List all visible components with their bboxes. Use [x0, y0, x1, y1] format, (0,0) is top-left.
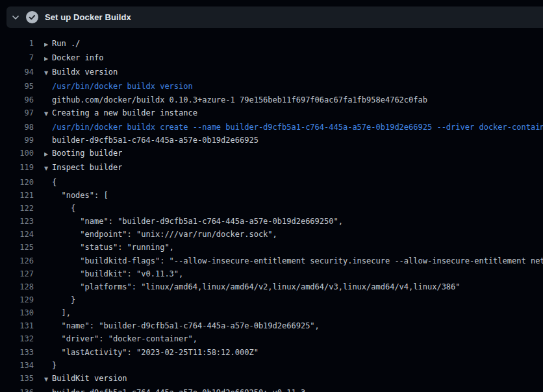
log-line: 126 "buildkitd-flags": "--allow-insecure… [0, 254, 543, 267]
log-text: github.com/docker/buildx 0.10.3+azure-1 … [44, 93, 427, 106]
line-number[interactable]: 95 [0, 80, 34, 93]
log-line: 98 /usr/bin/docker buildx create --name … [0, 121, 543, 134]
line-number[interactable]: 132 [0, 332, 34, 345]
log-line[interactable]: 1 ▶Run ./ [0, 37, 543, 51]
log-line-content: } [44, 293, 75, 306]
log-text: "buildkit": "v0.11.3", [44, 267, 183, 280]
line-number[interactable]: 119 [0, 161, 34, 175]
log-line: 95 /usr/bin/docker buildx version [0, 80, 543, 93]
log-line-content: ▼Buildx version [44, 66, 118, 80]
group-toggle-icon[interactable]: ▼ [44, 373, 52, 386]
log-text: Booting builder [52, 149, 122, 158]
log-text: "name": "builder-d9cfb5a1-c764-445a-a57e… [44, 215, 343, 228]
group-toggle-icon[interactable]: ▶ [44, 148, 52, 161]
line-number[interactable]: 123 [0, 215, 34, 228]
log-line: 123 "name": "builder-d9cfb5a1-c764-445a-… [0, 215, 543, 228]
log-text: "nodes": [ [44, 189, 108, 202]
line-number[interactable]: 96 [0, 93, 34, 106]
log-line-content: ▶Run ./ [44, 37, 80, 51]
log-text: Run ./ [52, 39, 80, 48]
line-number[interactable]: 135 [0, 372, 34, 386]
log-text: /usr/bin/docker buildx create --name bui… [44, 121, 543, 134]
log-text: BuildKit version [52, 374, 127, 383]
line-number[interactable]: 94 [0, 66, 34, 80]
log-text: "name": "builder-d9cfb5a1-c764-445a-a57e… [44, 319, 320, 332]
line-number[interactable]: 97 [0, 106, 34, 121]
line-number[interactable]: 125 [0, 241, 34, 254]
group-toggle-icon[interactable]: ▼ [44, 108, 52, 121]
line-number[interactable]: 98 [0, 121, 34, 134]
line-number[interactable]: 126 [0, 254, 34, 267]
log-line: 124 "endpoint": "unix:///var/run/docker.… [0, 228, 543, 241]
log-line-content: github.com/docker/buildx 0.10.3+azure-1 … [44, 93, 427, 106]
log-text: "driver": "docker-container", [44, 332, 197, 345]
line-number[interactable]: 133 [0, 346, 34, 359]
log-line[interactable]: 7 ▶Docker info [0, 51, 543, 66]
line-number[interactable]: 128 [0, 280, 34, 293]
line-number[interactable]: 130 [0, 306, 34, 319]
log-line-content: "platforms": "linux/amd64,linux/amd64/v2… [44, 280, 461, 293]
log-line-content: builder-d9cfb5a1-c764-445a-a57e-0b19d2e6… [44, 386, 305, 392]
log-text: "endpoint": "unix:///var/run/docker.sock… [44, 228, 277, 241]
line-number[interactable]: 136 [0, 386, 34, 392]
log-line: 121 "nodes": [ [0, 189, 543, 202]
line-number[interactable]: 100 [0, 147, 34, 161]
group-toggle-icon[interactable]: ▶ [44, 53, 52, 66]
log-line-content: ], [44, 306, 71, 319]
line-number[interactable]: 120 [0, 176, 34, 189]
log-line-content: "buildkitd-flags": "--allow-insecure-ent… [44, 254, 543, 267]
log-line: 132 "driver": "docker-container", [0, 332, 543, 345]
log-line-content: "nodes": [ [44, 189, 108, 202]
log-text: Creating a new builder instance [52, 108, 197, 117]
log-text: ], [44, 306, 71, 319]
group-toggle-icon[interactable]: ▶ [44, 38, 52, 51]
log-line[interactable]: 94 ▼Buildx version [0, 66, 543, 80]
log-text: { [44, 202, 75, 215]
collapse-step-button[interactable] [6, 6, 25, 28]
log-line: 134 } [0, 359, 543, 372]
log-text: "lastActivity": "2023-02-25T11:58:12.000… [44, 346, 259, 359]
step-header[interactable]: Set up Docker Buildx [6, 6, 543, 28]
log-line-content: ▶Docker info [44, 51, 103, 66]
log-line-content: { [44, 202, 75, 215]
log-line[interactable]: 135 ▼BuildKit version [0, 372, 543, 386]
line-number[interactable]: 131 [0, 319, 34, 332]
log-line: 128 "platforms": "linux/amd64,linux/amd6… [0, 280, 543, 293]
log-line[interactable]: 119 ▼Inspect builder [0, 161, 543, 175]
log-line-content: "name": "builder-d9cfb5a1-c764-445a-a57e… [44, 215, 343, 228]
log-line-content: "lastActivity": "2023-02-25T11:58:12.000… [44, 346, 259, 359]
log-text: Buildx version [52, 67, 118, 77]
log-line: 136 builder-d9cfb5a1-c764-445a-a57e-0b19… [0, 386, 543, 392]
log-text: "buildkitd-flags": "--allow-insecure-ent… [44, 254, 543, 267]
log-line-content: } [44, 359, 57, 372]
log-line-content: { [44, 176, 57, 189]
line-number[interactable]: 124 [0, 228, 34, 241]
log-line: 127 "buildkit": "v0.11.3", [0, 267, 543, 280]
log-line[interactable]: 100 ▶Booting builder [0, 147, 543, 161]
line-number[interactable]: 7 [0, 51, 34, 66]
line-number[interactable]: 121 [0, 189, 34, 202]
line-number[interactable]: 127 [0, 267, 34, 280]
log-text: } [44, 293, 75, 306]
chevron-down-icon [11, 13, 20, 22]
log-line-content: ▼Creating a new builder instance [44, 106, 197, 121]
group-toggle-icon[interactable]: ▼ [44, 162, 52, 175]
line-number[interactable]: 129 [0, 293, 34, 306]
line-number[interactable]: 122 [0, 202, 34, 215]
log-text: Docker info [52, 53, 103, 62]
log-line-content: "status": "running", [44, 241, 174, 254]
line-number[interactable]: 1 [0, 37, 34, 51]
group-toggle-icon[interactable]: ▼ [44, 67, 52, 80]
line-number[interactable]: 99 [0, 134, 34, 147]
log-line-content: builder-d9cfb5a1-c764-445a-a57e-0b19d2e6… [44, 134, 259, 147]
log-line-content: ▼BuildKit version [44, 372, 127, 386]
log-line: 129 } [0, 293, 543, 306]
log-text: builder-d9cfb5a1-c764-445a-a57e-0b19d2e6… [44, 134, 259, 147]
log-line-content: /usr/bin/docker buildx create --name bui… [44, 121, 543, 134]
log-line: 125 "status": "running", [0, 241, 543, 254]
log-text: Inspect builder [52, 163, 122, 172]
log-line: 133 "lastActivity": "2023-02-25T11:58:12… [0, 346, 543, 359]
log-line[interactable]: 97 ▼Creating a new builder instance [0, 106, 543, 121]
line-number[interactable]: 134 [0, 359, 34, 372]
log-line-content: ▼Inspect builder [44, 161, 122, 175]
